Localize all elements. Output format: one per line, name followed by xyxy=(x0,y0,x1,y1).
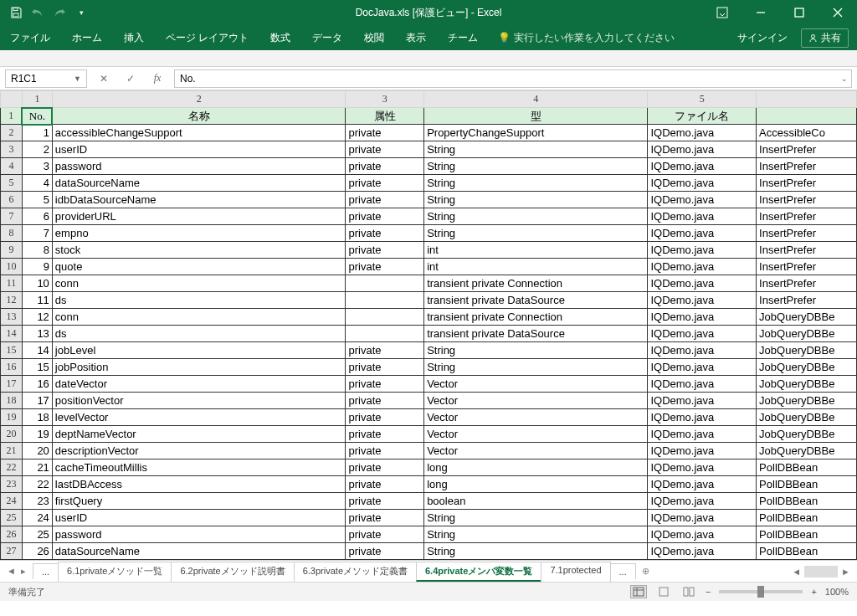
cell[interactable]: Vector xyxy=(424,409,648,426)
cell[interactable]: String xyxy=(424,175,648,192)
tab-data[interactable]: データ xyxy=(310,28,344,49)
table-row[interactable]: 32userIDprivateStringIQDemo.javaInsertPr… xyxy=(1,141,857,158)
cell[interactable]: levelVector xyxy=(52,409,346,426)
cell[interactable]: 18 xyxy=(22,409,52,426)
cell[interactable]: 26 xyxy=(22,543,52,560)
cell[interactable]: private xyxy=(346,225,424,242)
cell[interactable]: PollDBBean xyxy=(757,510,857,526)
row-header[interactable]: 10 xyxy=(1,259,23,275)
cell[interactable]: 14 xyxy=(22,342,52,359)
cell[interactable]: JobQueryDBBe xyxy=(757,443,857,459)
cell[interactable]: firstQuery xyxy=(52,493,346,510)
table-row[interactable]: 2322lastDBAccessprivatelongIQDemo.javaPo… xyxy=(1,476,857,493)
cell[interactable]: PollDBBean xyxy=(757,459,857,476)
qat-dropdown-icon[interactable]: ▾ xyxy=(74,5,89,20)
column-header[interactable]: 5 xyxy=(648,91,757,108)
row-header[interactable]: 18 xyxy=(1,393,23,409)
cell[interactable]: IQDemo.java xyxy=(648,208,757,225)
cell[interactable]: String xyxy=(424,192,648,208)
cell[interactable]: IQDemo.java xyxy=(648,409,757,426)
cancel-formula-button[interactable]: ✕ xyxy=(94,69,114,88)
cell[interactable]: private xyxy=(346,543,424,560)
cell[interactable]: 4 xyxy=(22,175,52,192)
cell[interactable]: String xyxy=(424,225,648,242)
row-header[interactable]: 1 xyxy=(1,108,23,125)
cell[interactable]: IQDemo.java xyxy=(648,376,757,393)
cell[interactable]: IQDemo.java xyxy=(648,141,757,158)
cell[interactable]: private xyxy=(346,459,424,476)
row-header[interactable]: 5 xyxy=(1,175,23,192)
cell[interactable]: Vector xyxy=(424,426,648,443)
formula-bar[interactable]: No. ⌄ xyxy=(174,69,852,88)
cell[interactable]: private xyxy=(346,342,424,359)
view-normal-icon[interactable] xyxy=(630,585,647,598)
row-header[interactable]: 24 xyxy=(1,493,23,510)
cell[interactable]: private xyxy=(346,158,424,175)
tab-team[interactable]: チーム xyxy=(446,28,480,49)
sheet-tab[interactable]: 6.4privateメンバ変数一覧 xyxy=(416,562,541,582)
tab-formulas[interactable]: 数式 xyxy=(269,28,292,49)
cell[interactable]: JobQueryDBBe xyxy=(757,359,857,376)
cell[interactable]: PollDBBean xyxy=(757,476,857,493)
cell[interactable]: 8 xyxy=(22,242,52,259)
cell[interactable]: positionVector xyxy=(52,393,346,409)
cell[interactable]: transient private DataSource xyxy=(424,292,648,309)
cell[interactable]: 20 xyxy=(22,443,52,459)
table-row[interactable]: 1817positionVectorprivateVectorIQDemo.ja… xyxy=(1,393,857,409)
cell[interactable]: 19 xyxy=(22,426,52,443)
cell[interactable]: 7 xyxy=(22,225,52,242)
share-button[interactable]: 共有 xyxy=(801,28,849,48)
tab-review[interactable]: 校閲 xyxy=(362,28,386,49)
cell[interactable]: private xyxy=(346,175,424,192)
row-header[interactable]: 25 xyxy=(1,510,23,526)
table-row[interactable]: 2524userIDprivateStringIQDemo.javaPollDB… xyxy=(1,510,857,526)
ribbon-options-icon[interactable] xyxy=(703,0,742,25)
row-header[interactable]: 4 xyxy=(1,158,23,175)
cell[interactable]: 22 xyxy=(22,476,52,493)
cell[interactable]: String xyxy=(424,359,648,376)
cell[interactable]: stock xyxy=(52,242,346,259)
cell[interactable]: dateVector xyxy=(52,376,346,393)
table-column-header[interactable]: 型 xyxy=(424,108,648,125)
cell[interactable]: private xyxy=(346,125,424,141)
row-header[interactable]: 3 xyxy=(1,141,23,158)
name-box[interactable]: R1C1 ▼ xyxy=(5,69,87,88)
cell[interactable]: providerURL xyxy=(52,208,346,225)
cell[interactable]: Vector xyxy=(424,443,648,459)
cell[interactable]: conn xyxy=(52,309,346,326)
cell[interactable]: JobQueryDBBe xyxy=(757,393,857,409)
row-header[interactable]: 9 xyxy=(1,242,23,259)
cell[interactable]: 23 xyxy=(22,493,52,510)
cell[interactable]: dataSourceName xyxy=(52,543,346,560)
cell[interactable]: private xyxy=(346,443,424,459)
cell[interactable]: String xyxy=(424,543,648,560)
table-row[interactable]: 43passwordprivateStringIQDemo.javaInsert… xyxy=(1,158,857,175)
minimize-button[interactable] xyxy=(742,0,780,25)
cell[interactable]: IQDemo.java xyxy=(648,543,757,560)
cell[interactable]: IQDemo.java xyxy=(648,510,757,526)
fx-icon[interactable]: fx xyxy=(147,69,167,88)
cell[interactable]: accessibleChangeSupport xyxy=(52,125,346,141)
row-header[interactable]: 21 xyxy=(1,443,23,459)
cell[interactable]: InsertPrefer xyxy=(757,192,857,208)
cell[interactable]: 9 xyxy=(22,259,52,275)
sheet-tab-more-left[interactable]: ... xyxy=(33,563,59,579)
cell[interactable]: userID xyxy=(52,510,346,526)
table-column-header[interactable]: 名称 xyxy=(52,108,346,125)
cell[interactable]: private xyxy=(346,208,424,225)
table-row[interactable]: 109quoteprivateintIQDemo.javaInsertPrefe… xyxy=(1,259,857,275)
cell[interactable]: String xyxy=(424,208,648,225)
cell[interactable]: IQDemo.java xyxy=(648,242,757,259)
column-header[interactable]: 4 xyxy=(424,91,648,108)
table-column-header[interactable]: No. xyxy=(22,108,52,125)
cell[interactable]: JobQueryDBBe xyxy=(757,426,857,443)
cell[interactable]: private xyxy=(346,393,424,409)
table-row[interactable]: 65idbDataSourceNameprivateStringIQDemo.j… xyxy=(1,192,857,208)
hscroll-left[interactable]: ◄ xyxy=(792,567,801,577)
cell[interactable]: 24 xyxy=(22,510,52,526)
cell[interactable] xyxy=(346,309,424,326)
cell[interactable]: PollDBBean xyxy=(757,526,857,543)
cell[interactable]: IQDemo.java xyxy=(648,493,757,510)
cell[interactable]: String xyxy=(424,510,648,526)
row-header[interactable]: 7 xyxy=(1,208,23,225)
